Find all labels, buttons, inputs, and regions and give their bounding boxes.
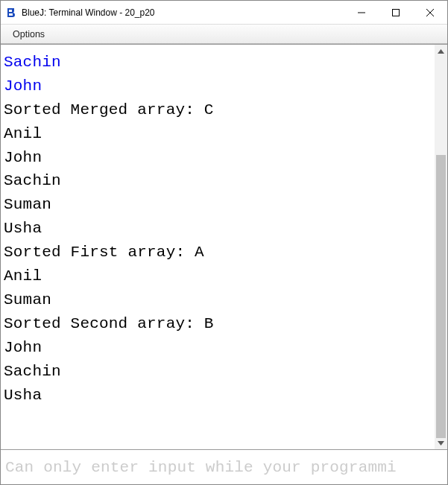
terminal-line: Sachin: [4, 360, 432, 384]
scroll-down-icon[interactable]: [435, 437, 447, 449]
menu-options[interactable]: Options: [8, 28, 49, 41]
terminal-line: Anil: [4, 122, 432, 146]
menubar: Options: [1, 25, 447, 44]
terminal-line: Usha: [4, 217, 432, 241]
maximize-button[interactable]: [379, 1, 413, 24]
window-controls: [344, 1, 447, 24]
svg-rect-1: [9, 13, 13, 16]
terminal-line: John: [4, 75, 432, 98]
svg-rect-0: [9, 10, 12, 12]
scroll-thumb[interactable]: [436, 155, 446, 438]
input-area: Can only enter input while your programm…: [1, 450, 447, 484]
terminal-line: Suman: [4, 288, 432, 312]
terminal-line: Suman: [4, 193, 432, 217]
terminal-line: Sorted Second array: B: [4, 312, 432, 336]
terminal-line: John: [4, 146, 432, 170]
titlebar: BlueJ: Terminal Window - 20_p20: [1, 1, 447, 25]
minimize-button[interactable]: [344, 1, 379, 24]
bluej-icon: [5, 7, 17, 19]
terminal-line: Sachin: [4, 169, 432, 193]
terminal-line: Sorted Merged array: C: [4, 98, 432, 122]
scrollbar[interactable]: [435, 45, 447, 449]
terminal-line: Sorted First array: A: [4, 241, 432, 264]
close-button[interactable]: [413, 1, 447, 24]
terminal-line: John: [4, 336, 432, 360]
input-placeholder: Can only enter input while your programm…: [5, 459, 397, 476]
svg-rect-3: [393, 9, 400, 16]
terminal-line: Usha: [4, 44, 432, 51]
terminal-output[interactable]: UshaSachinJohnSorted Merged array: CAnil…: [1, 44, 435, 408]
window-title: BlueJ: Terminal Window - 20_p20: [22, 7, 344, 18]
terminal-line: Anil: [4, 264, 432, 288]
terminal-line: Sachin: [4, 51, 432, 75]
scroll-up-icon[interactable]: [435, 45, 447, 57]
terminal-line: Usha: [4, 384, 432, 408]
terminal-area: UshaSachinJohnSorted Merged array: CAnil…: [1, 44, 447, 450]
